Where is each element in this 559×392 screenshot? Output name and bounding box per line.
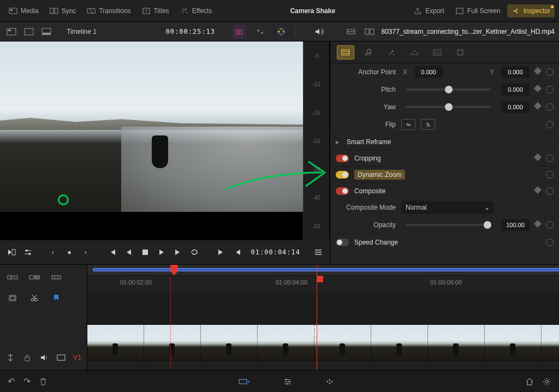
yaw-keyframe-button[interactable] bbox=[534, 102, 542, 110]
opacity-keyframe-button[interactable] bbox=[534, 220, 542, 228]
track-lock-button[interactable] bbox=[22, 351, 32, 365]
dynamic-zoom-section[interactable]: Dynamic Zoom bbox=[330, 166, 559, 182]
sync-tab[interactable]: Sync bbox=[45, 4, 81, 17]
media-tab[interactable]: Media bbox=[4, 4, 43, 17]
cropping-keyframe-button[interactable] bbox=[534, 153, 542, 161]
play-button[interactable] bbox=[156, 246, 168, 258]
timeline-playhead[interactable] bbox=[317, 265, 317, 370]
cropping-toggle[interactable] bbox=[336, 155, 349, 162]
pitch-keyframe-button[interactable] bbox=[534, 85, 542, 92]
inspector-tab-file[interactable] bbox=[451, 45, 469, 60]
opacity-slider[interactable] bbox=[406, 224, 491, 226]
page-cut-button[interactable] bbox=[238, 377, 250, 386]
marker-dot-button[interactable]: ● bbox=[63, 246, 75, 258]
clip-timecode[interactable]: 01:00:04:14 bbox=[251, 248, 300, 256]
export-button[interactable]: Export bbox=[409, 4, 449, 17]
timeline-body[interactable]: 01:00:02:00 01:00:04:00 01:00:06:00 [ ] bbox=[87, 265, 559, 370]
inspector-button[interactable]: Inspector bbox=[507, 4, 555, 17]
prev-edit-button[interactable]: ‹ bbox=[47, 246, 59, 258]
video-track[interactable]: [ ] bbox=[87, 325, 559, 363]
inspector-tab-image[interactable] bbox=[429, 45, 446, 60]
clip-thumbnail[interactable] bbox=[314, 325, 371, 362]
delete-button[interactable] bbox=[39, 377, 47, 386]
cropping-reset-button[interactable] bbox=[546, 155, 554, 162]
timeline-range-bar[interactable] bbox=[93, 268, 559, 271]
clip-view-2-button[interactable] bbox=[362, 25, 377, 39]
smart-reframe-section[interactable]: ▸ Smart Reframe bbox=[330, 133, 559, 150]
page-more-button[interactable] bbox=[325, 377, 334, 386]
yaw-reset-button[interactable] bbox=[546, 103, 554, 111]
tool-crop-button[interactable] bbox=[5, 291, 20, 305]
volume-button[interactable] bbox=[312, 25, 326, 39]
clip-thumbnail[interactable] bbox=[485, 325, 542, 362]
undo-button[interactable]: ↶ bbox=[8, 376, 15, 387]
clip-thumbnail[interactable] bbox=[258, 325, 314, 362]
track-expand-button[interactable] bbox=[5, 351, 15, 365]
opacity-field[interactable]: 100.00 bbox=[501, 219, 530, 231]
next-clip-button[interactable] bbox=[215, 246, 227, 258]
next-edit-button[interactable]: › bbox=[80, 246, 92, 258]
yaw-slider[interactable] bbox=[406, 106, 491, 108]
clip-thumbnail[interactable] bbox=[87, 325, 144, 362]
flip-horizontal-button[interactable]: ⇋ bbox=[401, 119, 415, 130]
redo-button[interactable]: ↷ bbox=[23, 376, 31, 387]
transport-menu-button[interactable] bbox=[312, 246, 324, 258]
dynamic-zoom-toggle[interactable] bbox=[336, 171, 349, 179]
reverse-play-button[interactable] bbox=[123, 246, 135, 258]
go-end-button[interactable] bbox=[172, 246, 184, 258]
pitch-slider[interactable] bbox=[406, 88, 491, 91]
clip-view-1-button[interactable] bbox=[344, 25, 358, 39]
settings-sliders-button[interactable] bbox=[22, 246, 34, 258]
inspector-tab-video[interactable] bbox=[337, 45, 354, 60]
view-mode-2-button[interactable] bbox=[22, 25, 36, 39]
inspector-tab-audio[interactable] bbox=[360, 45, 377, 60]
prev-clip-button[interactable] bbox=[231, 246, 243, 258]
tool-blade-button[interactable] bbox=[27, 291, 41, 305]
pitch-reset-button[interactable] bbox=[546, 86, 554, 93]
titles-tab[interactable]: T Titles bbox=[138, 4, 174, 17]
fullscreen-button[interactable]: Full Screen bbox=[451, 4, 505, 17]
inspector-tab-effects[interactable] bbox=[383, 45, 400, 60]
viewer[interactable]: -5 -10 -15 -20 -30 -40 -50 bbox=[0, 41, 330, 240]
track-video-button[interactable] bbox=[56, 351, 66, 365]
timeline-name-label[interactable]: Timeline 1 bbox=[57, 28, 106, 35]
anchor-keyframe-button[interactable] bbox=[534, 67, 542, 75]
clip-thumbnail[interactable] bbox=[201, 325, 258, 362]
effect-tool-button[interactable] bbox=[253, 25, 267, 39]
inspector-tab-transition[interactable] bbox=[406, 45, 423, 60]
settings-button[interactable] bbox=[543, 377, 551, 386]
dynamic-zoom-reset-button[interactable] bbox=[546, 171, 554, 179]
timeline-marker[interactable] bbox=[317, 276, 323, 282]
pitch-field[interactable]: 0.000 bbox=[501, 84, 530, 96]
view-mode-3-button[interactable] bbox=[39, 25, 53, 39]
composite-keyframe-button[interactable] bbox=[534, 186, 542, 193]
tool-marker-button[interactable] bbox=[49, 291, 63, 305]
anchor-x-field[interactable]: 0.000 bbox=[414, 66, 443, 78]
transitions-tab[interactable]: Transitions bbox=[82, 4, 135, 17]
play-mode-button[interactable] bbox=[5, 246, 17, 258]
anchor-reset-button[interactable] bbox=[546, 68, 554, 76]
composite-reset-button[interactable] bbox=[546, 187, 554, 195]
clip-thumbnail[interactable] bbox=[144, 325, 201, 362]
view-mode-1-button[interactable] bbox=[4, 25, 19, 39]
opacity-reset-button[interactable] bbox=[546, 221, 554, 229]
composite-toggle[interactable] bbox=[336, 187, 349, 195]
flip-reset-button[interactable] bbox=[546, 121, 554, 128]
timeline-ruler[interactable]: 01:00:02:00 01:00:04:00 01:00:06:00 bbox=[87, 276, 559, 292]
tool-insert-button[interactable] bbox=[5, 270, 20, 284]
camera-tool-button[interactable] bbox=[233, 25, 247, 39]
speed-change-toggle[interactable] bbox=[336, 239, 349, 246]
clip-thumbnail[interactable] bbox=[371, 325, 428, 362]
tool-overwrite-button[interactable] bbox=[27, 270, 41, 284]
clip-thumbnail[interactable] bbox=[542, 325, 559, 362]
speed-change-reset-button[interactable] bbox=[546, 239, 554, 246]
loop-button[interactable] bbox=[188, 246, 200, 258]
go-start-button[interactable] bbox=[106, 246, 118, 258]
speed-change-section[interactable]: Speed Change bbox=[330, 234, 559, 250]
anchor-y-field[interactable]: 0.000 bbox=[501, 66, 530, 78]
clip-thumbnail[interactable] bbox=[428, 325, 485, 362]
cropping-section[interactable]: Cropping bbox=[330, 150, 559, 166]
effects-tab[interactable]: Effects bbox=[176, 4, 216, 17]
yaw-field[interactable]: 0.000 bbox=[501, 101, 530, 113]
composite-section[interactable]: Composite bbox=[330, 182, 559, 199]
